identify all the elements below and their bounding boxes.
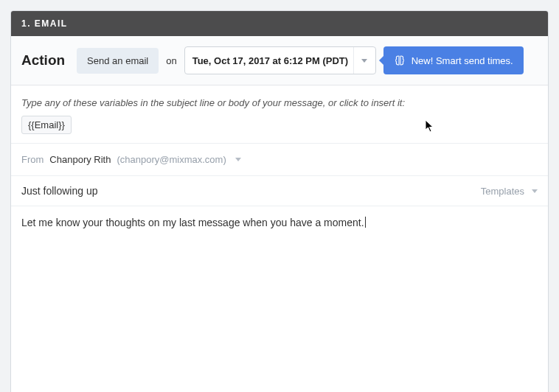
subject-row: Just following up Templates xyxy=(11,176,548,206)
chevron-down-icon xyxy=(532,189,538,193)
text-caret xyxy=(365,217,366,228)
brain-icon xyxy=(394,55,406,66)
date-dropdown-toggle[interactable] xyxy=(353,47,375,74)
panel-header: 1. EMAIL xyxy=(11,11,548,36)
email-step-panel: 1. EMAIL Action Send an email on Tue, Oc… xyxy=(10,10,549,392)
subject-input[interactable]: Just following up xyxy=(21,185,481,197)
chevron-down-icon xyxy=(235,158,241,161)
email-body-editor[interactable]: Let me know your thoughts on my last mes… xyxy=(11,206,548,392)
on-label: on xyxy=(166,55,176,66)
variables-hint: Type any of these variables in the subje… xyxy=(21,97,538,108)
panel-title: 1. EMAIL xyxy=(21,18,68,29)
chevron-down-icon xyxy=(361,59,367,63)
templates-button[interactable]: Templates xyxy=(481,186,538,197)
send-date-field[interactable]: Tue, Oct 17, 2017 at 6:12 PM (PDT) xyxy=(184,46,376,74)
variable-chip-email[interactable]: {{Email}} xyxy=(21,116,72,134)
action-label: Action xyxy=(21,52,65,69)
send-date-value: Tue, Oct 17, 2017 at 6:12 PM (PDT) xyxy=(192,55,353,66)
variables-section: Type any of these variables in the subje… xyxy=(11,85,548,144)
smart-send-times-button[interactable]: New! Smart send times. xyxy=(383,46,524,74)
from-name: Chanpory Rith xyxy=(49,154,111,165)
from-label: From xyxy=(21,154,44,165)
templates-label: Templates xyxy=(481,186,524,197)
action-bar: Action Send an email on Tue, Oct 17, 201… xyxy=(11,36,548,85)
from-row[interactable]: From Chanpory Rith (chanpory@mixmax.com) xyxy=(11,144,548,176)
email-body-text: Let me know your thoughts on my last mes… xyxy=(21,217,364,228)
from-email: (chanpory@mixmax.com) xyxy=(117,154,226,165)
action-type-button[interactable]: Send an email xyxy=(77,48,159,74)
smart-send-times-label: New! Smart send times. xyxy=(412,55,513,66)
